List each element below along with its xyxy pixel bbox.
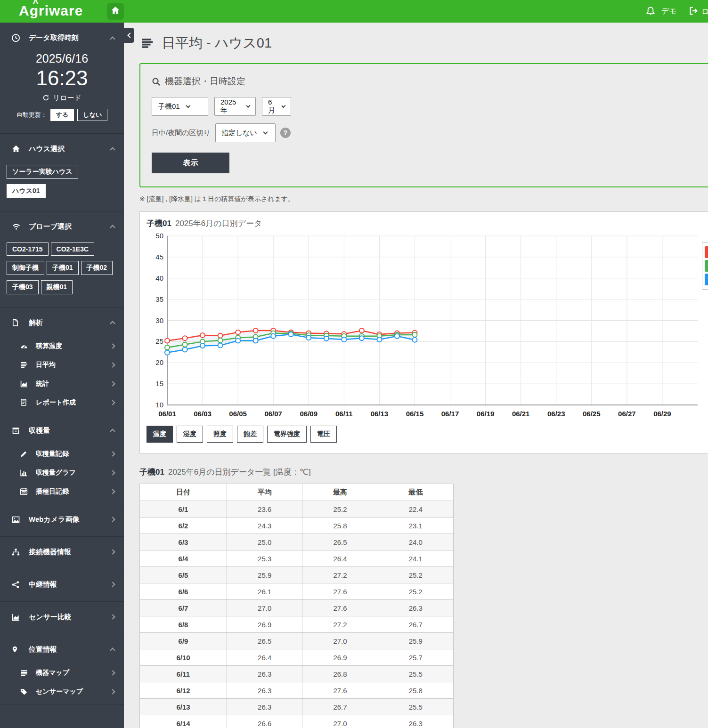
tab-illuminance[interactable]: 照度 [207,426,233,443]
section-header-data-time[interactable]: データ取得時刻 [0,23,124,52]
year-select[interactable]: 2025年 [214,97,256,116]
sidebar-item-sensor-compare[interactable]: センサー比較 [0,602,124,631]
align-lines-icon [20,361,29,369]
map-pin-icon [11,645,22,654]
table-header-row: 日付 平均 最高 最低 [140,484,454,501]
house-button-solar[interactable]: ソーラー実験ハウス [7,165,78,179]
notifications-bell-icon[interactable] [645,6,656,18]
sidebar-item-integrated-temp[interactable]: 積算温度 [0,337,124,356]
sidebar-item-sensor-map[interactable]: センサーマップ [0,682,124,701]
area-chart-icon [11,613,22,621]
auto-update-on-button[interactable]: する [50,109,74,121]
sidebar-item-harvest-graph[interactable]: 収穫量グラフ [0,463,124,482]
brand-accent: ^ [33,0,39,10]
probe-button[interactable]: 親機01 [41,280,73,294]
svg-text:35: 35 [155,295,163,303]
probe-button[interactable]: CO2-1E3C [51,243,94,256]
demo-menu[interactable]: デモ [661,7,677,16]
value-cell: 25.2 [302,501,378,518]
sidebar-item-seeding-record[interactable]: 播種日記録 [0,482,124,501]
date-cell: 6/8 [140,616,227,633]
report-icon [20,398,29,406]
chevron-right-icon [110,362,115,367]
tab-humidity[interactable]: 湿度 [177,426,203,443]
gauge-icon [20,342,29,350]
sidebar-item-report[interactable]: レポート作成 [0,393,124,412]
device-select[interactable]: 子機01 [152,97,208,116]
house-button-house01[interactable]: ハウス01 [7,184,46,198]
value-cell: 26.7 [378,616,453,633]
section-header-analysis[interactable]: 解析 [0,307,124,337]
sidebar-item-daily-average[interactable]: 日平均 [0,356,124,374]
auto-update-label: 自動更新： [16,111,47,119]
svg-text:06/05: 06/05 [229,410,247,418]
probe-button[interactable]: 子機01 [47,261,79,275]
svg-text:25: 25 [155,337,163,345]
table-row: 6/626.127.625.2 [140,583,454,600]
svg-text:50: 50 [155,232,163,240]
probe-button[interactable]: 制御子機 [7,261,44,275]
section-sensor-compare: センサー比較 [0,602,124,634]
chevron-right-icon [110,470,115,475]
value-cell: 27.0 [302,715,378,728]
page-title: 日平均 - ハウス01 [140,34,708,53]
table-row: 6/425.326.424.1 [140,550,454,567]
reload-button[interactable]: リロード [42,94,81,103]
svg-text:06/01: 06/01 [158,410,176,418]
tab-field-strength[interactable]: 電界強度 [267,426,307,443]
date-cell: 6/4 [140,550,227,567]
daynight-select[interactable]: 指定しない [215,123,276,142]
svg-text:06/19: 06/19 [477,410,495,418]
probe-buttons: CO2-1715CO2-1E3C 制御子機子機01子機02 子機03親機01 [0,241,124,304]
svg-text:40: 40 [155,274,163,282]
value-cell: 24.3 [227,518,302,534]
table-row: 6/727.027.626.3 [140,600,454,616]
acquired-time: 16:23 [0,66,124,90]
sidebar-item-statistics[interactable]: 統計 [0,374,124,393]
svg-text:10: 10 [155,401,163,409]
help-icon[interactable]: ? [280,128,291,138]
legend-min[interactable]: 最低 [705,274,708,285]
section-header-harvest[interactable]: 収穫量 [0,415,124,445]
sidebar-item-connected-devices[interactable]: 接続機器情報 [0,537,124,566]
value-cell: 26.8 [302,666,378,682]
table-row: 6/325.026.524.0 [140,534,454,550]
tab-voltage[interactable]: 電圧 [310,426,337,443]
home-button[interactable] [107,3,124,20]
sidebar-item-relay-info[interactable]: 中継情報 [0,569,124,599]
probe-button[interactable]: CO2-1715 [7,243,49,256]
sidebar-collapse-button[interactable] [124,28,134,43]
value-cell: 26.5 [227,633,302,649]
tab-vpd[interactable]: 飽差 [237,426,263,443]
daynight-row: 日中/夜間の区切り 指定しない ? [152,123,708,142]
svg-text:06/21: 06/21 [512,410,530,418]
probe-button[interactable]: 子機02 [81,261,113,275]
section-header-probe[interactable]: プローブ選択 [0,211,124,241]
legend-avg[interactable]: 平均 [705,260,708,272]
auto-update-off-button[interactable]: しない [77,109,107,121]
tab-temperature[interactable]: 温度 [146,426,173,443]
chart-card: 子機012025年6月の日別データ 10152025303540455006/0… [139,211,708,453]
value-cell: 26.1 [227,583,302,600]
sidebar-item-harvest-record[interactable]: 収穫量記録 [0,445,124,463]
sidebar-item-device-map[interactable]: 機器マップ [0,663,124,682]
value-cell: 27.6 [302,600,378,616]
probe-button[interactable]: 子機03 [7,280,39,294]
section-header-house[interactable]: ハウス選択 [0,134,124,163]
daily-data-table: 日付 平均 最高 最低 6/123.625.222.46/224.325.823… [139,484,454,728]
date-cell: 6/13 [140,699,227,715]
logout-button[interactable]: ログアウト [689,6,708,17]
section-probe-select: プローブ選択 CO2-1715CO2-1E3C 制御子機子機01子機02 子機0… [0,211,124,307]
legend-max[interactable]: 最高 [705,246,708,258]
svg-text:06/29: 06/29 [653,410,671,418]
sidebar: データ取得時刻 2025/6/16 16:23 リロード 自動更新： する しな… [0,23,124,728]
month-select[interactable]: 6月 [262,97,291,116]
section-analysis: 解析 積算温度 日平均 統計 レ [0,307,124,415]
brand-logo[interactable]: Agriware^ [19,3,83,19]
page-title-icon [140,37,155,49]
svg-text:06/03: 06/03 [194,410,212,418]
sidebar-item-webcam[interactable]: Webカメラ画像 [0,504,124,534]
value-cell: 27.0 [302,633,378,649]
show-button[interactable]: 表示 [152,153,229,173]
section-header-location[interactable]: 位置情報 [0,634,124,663]
